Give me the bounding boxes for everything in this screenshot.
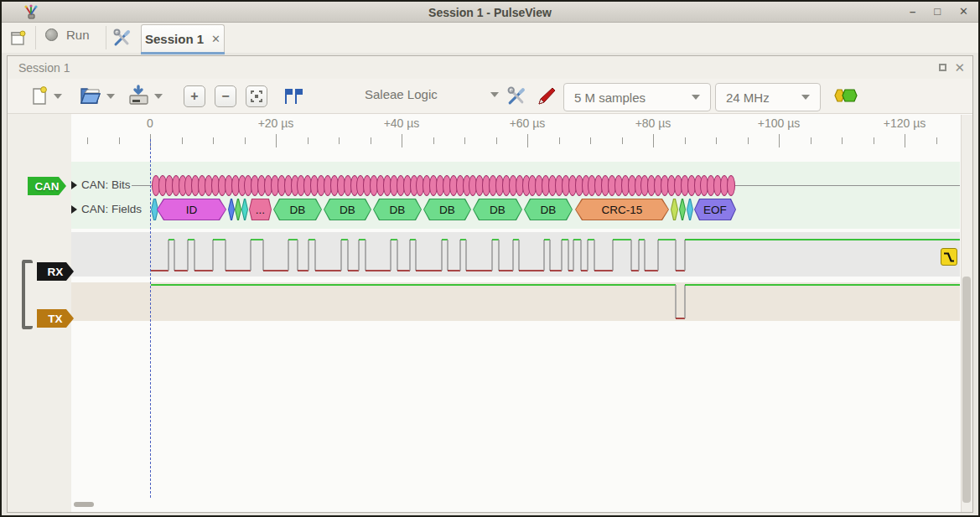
ruler-tick	[308, 137, 309, 144]
field-annotation[interactable]: CRC-15	[575, 199, 669, 220]
bit-annotation[interactable]	[727, 175, 735, 196]
ruler-tick	[779, 134, 780, 147]
field-annotation[interactable]	[671, 199, 678, 220]
sample-count-caret-icon	[692, 95, 700, 100]
sample-rate-select[interactable]: 24 MHz	[715, 83, 821, 111]
sample-count-select[interactable]: 5 M samples	[563, 83, 711, 111]
open-button[interactable]	[78, 84, 101, 107]
dock-float-icon[interactable]	[939, 64, 946, 71]
field-label: DB	[423, 199, 471, 220]
device-select[interactable]: Saleae Logic	[365, 87, 499, 101]
ruler-tick	[559, 137, 560, 144]
ruler-tick	[119, 137, 120, 144]
maximize-button[interactable]: □	[934, 5, 941, 18]
new-file-dropdown-caret[interactable]	[54, 94, 62, 99]
device-label: Saleae Logic	[365, 87, 438, 101]
tab-close-icon[interactable]: ✕	[211, 33, 220, 45]
ruler-label: +40 µs	[384, 116, 420, 130]
channels-button[interactable]	[535, 85, 557, 107]
field-annotation[interactable]	[228, 199, 235, 220]
device-caret-icon	[490, 92, 499, 97]
save-button[interactable]	[127, 84, 150, 107]
minimize-button[interactable]: –	[910, 5, 915, 18]
ruler-tick	[653, 134, 654, 147]
zoom-out-button[interactable]: −	[215, 85, 236, 107]
ruler-tick	[874, 137, 874, 144]
ruler-tick	[842, 137, 843, 144]
settings-button[interactable]	[111, 28, 132, 48]
decoder-row-bits-label[interactable]: CAN: Bits	[81, 178, 131, 191]
field-label: ...	[249, 199, 272, 220]
new-file-button[interactable]	[29, 85, 49, 107]
field-annotation[interactable]: DB	[273, 199, 322, 220]
close-button[interactable]: ✕	[959, 5, 968, 18]
field-annotation[interactable]	[687, 199, 693, 220]
probe-icon	[536, 86, 556, 106]
wrench-screwdriver-icon	[506, 86, 526, 106]
run-button[interactable]: Run	[45, 28, 90, 42]
sample-rate-caret-icon	[801, 95, 810, 100]
time-cursor[interactable]	[150, 139, 151, 498]
tab-session-1[interactable]: Session 1 ✕	[141, 24, 225, 53]
configure-device-button[interactable]	[506, 85, 527, 107]
field-fill	[236, 199, 241, 220]
channel-group-bracket[interactable]	[22, 260, 33, 329]
field-annotation[interactable]: DB	[423, 199, 471, 220]
field-label: DB	[524, 199, 573, 220]
field-label: DB	[373, 199, 422, 220]
add-decoder-button[interactable]	[833, 87, 858, 104]
tab-active-underline	[141, 52, 225, 54]
field-annotation[interactable]: ...	[249, 199, 272, 220]
channel-tag-rx[interactable]: RX	[37, 262, 74, 281]
ruler-tick	[464, 137, 465, 144]
dock-title[interactable]: Session 1	[18, 61, 70, 75]
field-annotation[interactable]: EOF	[694, 199, 736, 220]
ruler-tick	[905, 134, 905, 147]
ruler-tick	[182, 137, 183, 144]
field-label: CRC-15	[575, 199, 669, 220]
field-annotation[interactable]: DB	[473, 199, 522, 220]
zoom-in-button[interactable]: +	[184, 85, 205, 107]
horizontal-scrollbar-handle[interactable]	[74, 502, 94, 507]
wrench-screwdriver-icon	[112, 28, 132, 48]
ruler-tick	[590, 137, 591, 144]
decoder-tag-can[interactable]: CAN	[28, 177, 66, 195]
dock-close-icon[interactable]: ✕	[954, 60, 965, 75]
ruler-tick	[276, 134, 277, 147]
show-cursors-button[interactable]	[283, 85, 304, 107]
field-annotation[interactable]: DB	[324, 199, 371, 220]
expand-arrow-icon[interactable]	[71, 181, 77, 189]
title-bar[interactable]: Session 1 - PulseView – □ ✕	[2, 2, 978, 23]
expand-arrow-icon[interactable]	[71, 205, 77, 214]
save-dropdown-caret[interactable]	[154, 94, 163, 99]
zoom-fit-icon	[251, 90, 262, 102]
field-fill	[229, 199, 234, 220]
field-annotation[interactable]	[241, 199, 248, 220]
field-annotation[interactable]: ID	[157, 199, 226, 220]
ruler-tick	[245, 137, 246, 144]
field-annotation[interactable]: DB	[373, 199, 422, 220]
new-session-button[interactable]	[8, 28, 27, 47]
channel-tag-tx[interactable]: TX	[37, 309, 74, 328]
zoom-fit-button[interactable]	[246, 85, 267, 107]
tab-label: Session 1	[145, 32, 204, 46]
decoder-row-fields-label[interactable]: CAN: Fields	[81, 203, 142, 215]
open-dropdown-caret[interactable]	[106, 94, 115, 99]
field-label: ID	[157, 199, 226, 220]
field-annotation[interactable]	[235, 199, 241, 220]
ruler-tick	[433, 137, 434, 144]
ruler-tick	[213, 137, 214, 144]
toolbar-separator	[106, 26, 106, 49]
field-label: DB	[324, 199, 371, 220]
field-annotation[interactable]	[679, 199, 686, 220]
window-title: Session 1 - PulseView	[2, 6, 978, 19]
field-label: DB	[273, 199, 322, 220]
vertical-scrollbar-handle[interactable]	[962, 277, 971, 503]
field-fill	[242, 199, 247, 220]
trace-band	[71, 282, 960, 321]
field-fill	[680, 199, 685, 220]
field-annotation[interactable]: DB	[524, 199, 573, 220]
ruler-label: +80 µs	[635, 116, 671, 130]
ruler-tick	[716, 137, 717, 144]
trigger-marker[interactable]	[941, 248, 957, 266]
